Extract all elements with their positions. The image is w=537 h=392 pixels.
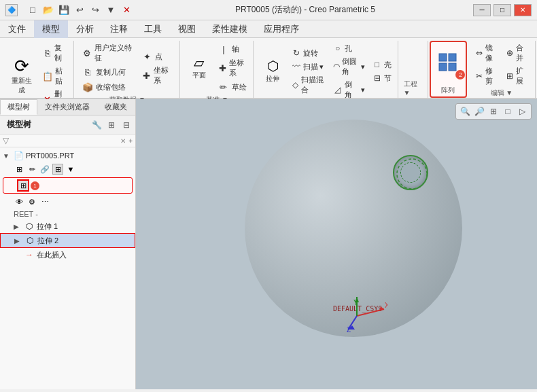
tree-gear[interactable]: ⚙ bbox=[27, 196, 37, 207]
shrink-wrap-button[interactable]: 📦 收缩包络 bbox=[80, 80, 136, 94]
panel-tab-folder[interactable]: 文件夹浏览器 bbox=[37, 99, 97, 115]
tree-tb-4[interactable]: ⊞ bbox=[52, 164, 63, 175]
menu-flex[interactable]: 柔性建模 bbox=[204, 20, 256, 38]
axis-button[interactable]: | 轴 bbox=[215, 42, 249, 56]
rib-button[interactable]: ⊟ 节 bbox=[370, 72, 394, 84]
undo-btn[interactable]: ↩ bbox=[73, 3, 86, 17]
plane-button[interactable]: ▱ 平面 bbox=[186, 53, 213, 83]
shrink-wrap-label: 收缩包络 bbox=[96, 82, 126, 92]
vp-zoom-out[interactable]: 🔎 bbox=[473, 105, 485, 118]
save-btn[interactable]: 💾 bbox=[57, 3, 71, 17]
edit-content: ⇔ 镜像 ✂ 修剪 ⊕ 合并 ⊞ 扩展 bbox=[472, 42, 531, 87]
extend-label: 扩展 bbox=[516, 66, 529, 86]
filter-row: ▽ ✕ + bbox=[0, 135, 135, 147]
regenerate-button[interactable]: ⟳ 重新生成 bbox=[5, 54, 37, 98]
close-x[interactable]: ✕ bbox=[120, 3, 133, 17]
extrude2-icon: ⬡ bbox=[24, 235, 35, 246]
regenerate-label: 重新生成 bbox=[10, 76, 33, 95]
ribbon-group-operations: ⟳ 重新生成 ⎘ 复制 📋 粘贴 ✕ 删除 bbox=[1, 41, 74, 98]
round-button[interactable]: ◠ 倒圆角▾ bbox=[330, 56, 367, 77]
menu-app[interactable]: 应用程序 bbox=[256, 20, 307, 38]
ribbon-content: ⟳ 重新生成 ⎘ 复制 📋 粘贴 ✕ 删除 bbox=[0, 38, 537, 98]
filter-clear[interactable]: ✕ bbox=[120, 137, 126, 145]
round-icon: ◠ bbox=[332, 61, 341, 72]
menu-annotation[interactable]: 注释 bbox=[102, 20, 136, 38]
tool-columns[interactable]: ⊟ bbox=[120, 119, 133, 131]
array-label-text: 阵列 bbox=[441, 86, 455, 95]
vp-view[interactable]: □ bbox=[502, 105, 514, 118]
sketch-label: 草绘 bbox=[232, 82, 247, 92]
extend-icon: ⊞ bbox=[505, 71, 515, 82]
tree-item-insert[interactable]: → 在此插入 bbox=[0, 248, 135, 262]
datum-col: | 轴 ✚ 坐标系 ✏ 草绘 bbox=[215, 42, 249, 94]
merge-button[interactable]: ⊕ 合并 bbox=[503, 42, 531, 64]
tree-more[interactable]: ⋯ bbox=[39, 196, 50, 207]
vp-fit[interactable]: ⊞ bbox=[487, 105, 500, 118]
hole-dots-svg bbox=[394, 156, 430, 192]
redo-btn[interactable]: ↪ bbox=[88, 3, 102, 17]
tree-tb-1[interactable]: ⊞ bbox=[14, 164, 24, 175]
sweep-button[interactable]: 〰 扫描▾ bbox=[289, 60, 327, 73]
copy-button[interactable]: ⎘ 复制 bbox=[40, 42, 69, 64]
shell-button[interactable]: □ 壳 bbox=[370, 58, 394, 71]
model-hole bbox=[393, 155, 428, 190]
app-icon: 🔷 bbox=[5, 4, 18, 16]
coord-button[interactable]: ✚ 坐标系 bbox=[215, 57, 249, 79]
new-btn[interactable]: □ bbox=[26, 3, 39, 17]
tree-tb-2[interactable]: ✏ bbox=[27, 164, 37, 175]
panel-tab-favorites[interactable]: 收藏夹 bbox=[97, 99, 135, 115]
filter-input[interactable] bbox=[12, 137, 118, 145]
panel-toolbar: 模型树 🔧 ⊞ ⊟ bbox=[0, 115, 135, 135]
menu-bar: 文件 模型 分析 注释 工具 视图 柔性建模 应用程序 bbox=[0, 20, 537, 38]
panel-tab-modeltree[interactable]: 模型树 bbox=[0, 99, 37, 115]
array-button[interactable]: 2 bbox=[434, 50, 462, 78]
tree-eye[interactable]: 👁 bbox=[14, 196, 24, 207]
revolve-button[interactable]: ↻ 旋转 bbox=[289, 47, 327, 59]
vp-camera[interactable]: ▷ bbox=[516, 105, 528, 118]
minimize-btn[interactable]: ─ bbox=[473, 4, 491, 16]
hole-button[interactable]: ○ 孔 bbox=[330, 42, 367, 54]
blend-button[interactable]: ◇ 扫描混合 bbox=[289, 74, 327, 96]
tree-icon-row: ⊞ 1 bbox=[3, 177, 133, 194]
tree-toolbar-row: ⊞ ✏ 🔗 ⊞ ▼ bbox=[0, 162, 135, 176]
regenerate-icon: ⟳ bbox=[14, 57, 29, 75]
tree-item-extrude2[interactable]: ▶ ⬡ 拉伸 2 bbox=[0, 233, 135, 248]
point-button[interactable]: ✦ 点 bbox=[139, 50, 175, 63]
coord-sys-button[interactable]: ✚ 坐标系 bbox=[139, 65, 175, 86]
shell-label: 壳 bbox=[384, 60, 392, 70]
user-feature-button[interactable]: ⚙ 用户定义特征 bbox=[80, 42, 136, 64]
menu-analysis[interactable]: 分析 bbox=[68, 20, 102, 38]
edit-label: 编辑 ▼ bbox=[491, 88, 513, 98]
vp-zoom-in[interactable]: 🔍 bbox=[459, 105, 471, 118]
tool-wrench[interactable]: 🔧 bbox=[90, 119, 103, 131]
tree-tb-3[interactable]: 🔗 bbox=[39, 164, 50, 175]
tree-array-icon[interactable]: ⊞ bbox=[17, 179, 29, 192]
menu-file[interactable]: 文件 bbox=[0, 20, 34, 38]
menu-model[interactable]: 模型 bbox=[34, 20, 68, 38]
tool-layout[interactable]: ⊞ bbox=[105, 119, 118, 131]
paste-button[interactable]: 📋 粘贴 bbox=[40, 65, 69, 87]
copy-geo-button[interactable]: ⎘ 复制几何 bbox=[80, 65, 136, 79]
root-arrow: ▼ bbox=[3, 152, 11, 160]
tree-tb-5[interactable]: ▼ bbox=[65, 164, 76, 175]
extrude-button[interactable]: ⬡ 拉伸 bbox=[259, 56, 286, 86]
mirror-button[interactable]: ⇔ 镜像 bbox=[472, 42, 500, 64]
window-title: PRT0005 (活动的) - Creo Parametric 5 bbox=[235, 4, 375, 16]
close-btn[interactable]: ✕ bbox=[514, 4, 532, 16]
qa-more[interactable]: ▼ bbox=[104, 3, 118, 17]
modify-button[interactable]: ✂ 修剪 bbox=[472, 65, 500, 87]
menu-tools[interactable]: 工具 bbox=[136, 20, 170, 38]
maximize-btn[interactable]: □ bbox=[493, 4, 511, 16]
tree-item-root[interactable]: ▼ 📄 PRT0005.PRT bbox=[0, 149, 135, 162]
blend-icon: ◇ bbox=[291, 79, 300, 90]
filter-add[interactable]: + bbox=[128, 137, 133, 145]
open-btn[interactable]: 📂 bbox=[41, 3, 55, 17]
svg-rect-1 bbox=[449, 54, 456, 61]
shape-col2: ○ 孔 ◠ 倒圆角▾ ◿ 倒角▾ bbox=[330, 42, 367, 101]
getdata-col2: ✦ 点 ✚ 坐标系 bbox=[139, 50, 175, 86]
extend-button[interactable]: ⊞ 扩展 bbox=[503, 65, 531, 87]
chamfer-button[interactable]: ◿ 倒角▾ bbox=[330, 79, 367, 101]
menu-view[interactable]: 视图 bbox=[170, 20, 204, 38]
tree-item-extrude1[interactable]: ▶ ⬡ 拉伸 1 bbox=[0, 219, 135, 233]
sketch-button[interactable]: ✏ 草绘 bbox=[215, 80, 249, 94]
